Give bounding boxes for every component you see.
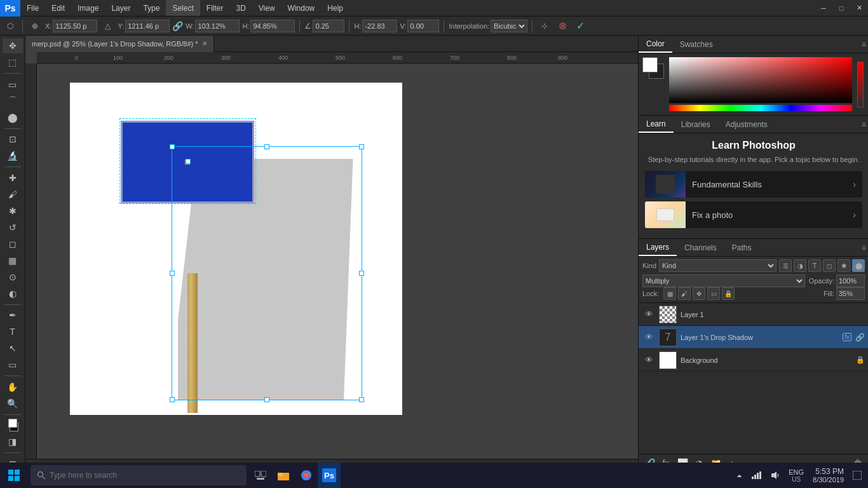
pen-tool[interactable]: ✒ [3,308,23,323]
shape-tool[interactable]: ▭ [3,357,23,372]
file-explorer-button[interactable] [272,463,295,488]
lock-paint-icon[interactable]: 🖌 [678,287,691,300]
tab-learn[interactable]: Learn [639,116,674,133]
canvas-tab-close[interactable]: ✕ [202,40,207,47]
lock-artboard-icon[interactable]: ▭ [707,287,720,300]
eraser-tool[interactable]: ◻ [3,236,23,252]
minimize-button[interactable]: ─ [815,0,832,17]
color-hue-bar[interactable] [669,105,852,111]
lock-all-icon[interactable]: 🔒 [722,287,735,300]
w-input[interactable] [195,20,240,32]
notification-button[interactable] [849,463,865,488]
taskview-button[interactable] [249,463,272,488]
kind-shape-icon[interactable]: ◻ [823,259,836,272]
quick-select-tool[interactable]: ⬤ [3,110,23,125]
interp-select[interactable]: Bicubic [491,20,527,32]
kind-type-icon[interactable]: T [808,259,821,272]
type-tool[interactable]: T [3,324,23,339]
history-tool[interactable]: ↺ [3,220,23,235]
learn-panel-menu[interactable]: ≡ [862,120,866,129]
h-input[interactable] [250,20,295,32]
artboard-tool[interactable]: ⬚ [3,55,23,70]
lock-transparency-icon[interactable]: ▦ [663,287,676,300]
transform-icon[interactable]: ⬡ [3,18,18,34]
canvas-tab[interactable]: merp.psd @ 25% (Layer 1's Drop Shadow, R… [25,36,214,52]
search-input[interactable] [50,471,240,480]
hand-tool[interactable]: ✋ [3,379,23,395]
tab-libraries[interactable]: Libraries [674,116,718,133]
handle-mr[interactable] [359,271,364,276]
menu-help[interactable]: Help [321,0,349,16]
vskew-input[interactable] [407,20,439,32]
layer-1-visibility[interactable]: 👁 [642,308,655,321]
maximize-button[interactable]: □ [832,0,850,17]
menu-filter[interactable]: Filter [200,0,230,16]
color-panel-menu[interactable]: ≡ [862,40,866,49]
layer-item-dropshadow[interactable]: 👁 7 Layer 1's Drop Shadow fx 🔗 [639,326,868,349]
menu-view[interactable]: View [252,0,281,16]
handle-ml[interactable] [170,271,175,276]
stamp-tool[interactable]: ✱ [3,203,23,219]
menu-file[interactable]: File [20,0,45,16]
menu-layer[interactable]: Layer [105,0,137,16]
color-alpha-bar[interactable] [857,62,864,107]
color-gradient[interactable] [669,57,852,103]
commit-transform-button[interactable]: ✓ [573,18,588,34]
tab-channels[interactable]: Channels [677,239,724,256]
brush-tool[interactable]: 🖌 [3,187,23,202]
menu-3d[interactable]: 3D [229,0,252,16]
kind-select[interactable]: Kind [659,259,776,272]
menu-select[interactable]: Select [166,0,200,16]
kind-extra-icon[interactable]: ⬤ [852,259,865,272]
y-input[interactable] [125,20,170,32]
tab-adjustments[interactable]: Adjustments [718,116,775,133]
handle-tc[interactable] [264,144,269,149]
layer-link-icon[interactable]: 🔗 [855,333,865,342]
x-input[interactable] [53,20,97,32]
quick-mask-tool[interactable]: ◨ [3,434,23,449]
volume-icon[interactable] [767,463,783,488]
hskew-input[interactable] [362,20,397,32]
close-button[interactable]: ✕ [850,0,868,17]
warp-icon[interactable]: ⊹ [537,18,552,34]
crop-tool[interactable]: ⊡ [3,132,23,147]
cancel-transform-icon[interactable]: ⊗ [555,18,570,34]
learn-card-fundamental[interactable]: Fundamental Skills › [645,171,862,198]
layer-dropshadow-visibility[interactable]: 👁 [642,331,655,344]
start-button[interactable] [0,463,28,488]
handle-bl[interactable] [170,397,175,402]
path-select-tool[interactable]: ↖ [3,341,23,356]
handle-tr[interactable] [359,144,364,149]
fill-input[interactable] [836,287,865,300]
opacity-input[interactable] [836,274,865,287]
eyedropper-tool[interactable]: 🔬 [3,148,23,163]
language-display[interactable]: ENG US [785,463,808,488]
menu-window[interactable]: Window [281,0,322,16]
clock-display[interactable]: 5:53 PM 8/30/2019 [809,463,848,488]
link-proportions-icon[interactable]: 🔗 [172,21,183,31]
network-icon[interactable] [748,463,766,488]
lock-position-icon[interactable]: ✥ [693,287,705,300]
tray-up-arrow[interactable]: ⏶ [736,472,743,479]
layer-item-background[interactable]: 👁 Background 🔒 [639,349,868,372]
handle-br[interactable] [359,397,364,402]
angle-input[interactable] [313,20,344,32]
tab-layers[interactable]: Layers [639,239,677,256]
tab-swatches[interactable]: Swatches [672,36,721,53]
dodge-tool[interactable]: ◐ [3,286,23,301]
tab-paths[interactable]: Paths [724,239,759,256]
foreground-bg-colors[interactable] [3,418,23,433]
tab-color[interactable]: Color [639,36,672,53]
kind-smart-icon[interactable]: ✱ [837,259,850,272]
foreground-color[interactable] [642,57,658,72]
layers-panel-menu[interactable]: ≡ [862,243,868,252]
lasso-tool[interactable]: ⌒ [3,93,23,109]
kind-pixel-icon[interactable]: ☰ [779,259,792,272]
chrome-button[interactable] [295,463,318,488]
canvas-document[interactable] [70,83,402,415]
kind-adjust-icon[interactable]: ◑ [794,259,806,272]
blur-tool[interactable]: ⊙ [3,269,23,285]
ref-point-icon[interactable]: ⊕ [27,18,43,34]
layer-bg-visibility[interactable]: 👁 [642,354,655,367]
photoshop-button[interactable]: Ps [318,463,341,488]
